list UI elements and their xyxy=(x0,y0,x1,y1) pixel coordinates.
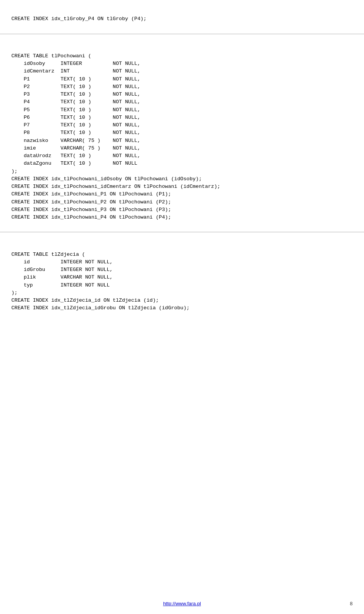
page-number: 8 xyxy=(350,601,353,606)
divider-1 xyxy=(0,34,364,34)
divider-2 xyxy=(0,232,364,232)
code-block-2: CREATE TABLE tlPochowani ( idOsoby INTEG… xyxy=(0,37,364,229)
code-block-3: CREATE TABLE tlZdjecia ( id INTEGER NOT … xyxy=(0,235,364,320)
code-block-1: CREATE INDEX idx_tlGroby_P4 ON tlGroby (… xyxy=(11,16,146,22)
code-area: CREATE INDEX idx_tlGroby_P4 ON tlGroby (… xyxy=(0,0,364,31)
footer-link[interactable]: http://www.fara.pl xyxy=(163,601,201,606)
footer: http://www.fara.pl xyxy=(0,601,364,606)
